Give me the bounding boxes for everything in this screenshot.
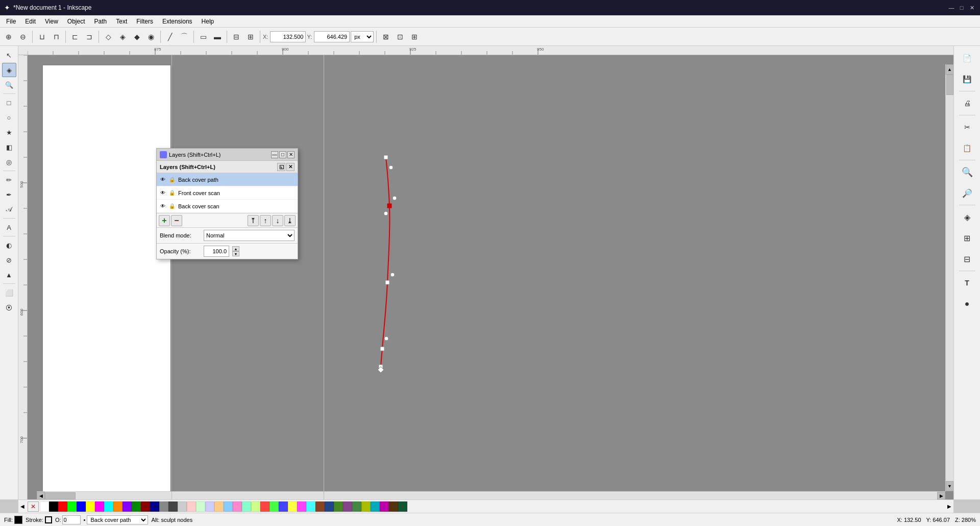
palette-swatch[interactable] (380, 501, 389, 512)
spray-tool-button[interactable]: ⦿ (2, 300, 16, 315)
join-endnodes-straight-button[interactable]: ⊐ (83, 30, 96, 43)
palette-swatch[interactable] (150, 501, 159, 512)
node-auto-smooth-button[interactable]: ◉ (144, 30, 158, 43)
blend-mode-select[interactable]: Normal Multiply Screen Overlay (204, 230, 295, 241)
opacity-up-button[interactable]: ▲ (232, 246, 239, 251)
palette-swatch[interactable] (132, 501, 141, 512)
layers-header-controls[interactable]: ◱ ✕ (277, 163, 295, 171)
palette-swatch[interactable] (49, 501, 58, 512)
join-endnodes-button[interactable]: ⊏ (68, 30, 82, 43)
palette-swatch[interactable] (214, 501, 224, 512)
layers-header-btn2[interactable]: ✕ (286, 163, 295, 171)
node-cusp-button[interactable]: ◇ (102, 30, 115, 43)
layers-minimize-button[interactable]: — (271, 151, 278, 158)
star-tool-button[interactable]: ★ (2, 125, 16, 139)
layers-titlebar-controls[interactable]: — □ ✕ (271, 151, 295, 158)
opacity-input[interactable] (204, 246, 229, 257)
transform-handles-button[interactable]: ⊠ (379, 30, 393, 43)
palette-swatch[interactable] (187, 501, 196, 512)
menu-filters[interactable]: Filters (132, 17, 157, 26)
palette-swatch[interactable] (343, 501, 352, 512)
palette-swatch[interactable] (205, 501, 214, 512)
horizontal-scrollbar[interactable]: ◀ ▶ (37, 491, 945, 499)
palette-swatch[interactable] (58, 501, 67, 512)
show-nodes-button[interactable]: ⊟ (230, 30, 243, 43)
right-transform-button[interactable]: ⊟ (957, 249, 977, 269)
fill-area[interactable]: Fill: (4, 516, 22, 524)
palette-swatch[interactable] (104, 501, 113, 512)
palette-swatch[interactable] (40, 501, 49, 512)
break-nodes-button[interactable]: ⊓ (50, 30, 63, 43)
minimize-button[interactable]: — (947, 4, 955, 12)
layer-row-back-cover-path[interactable]: 👁 🔒 Back cover path (157, 173, 298, 186)
unit-select[interactable]: px mm in (351, 31, 374, 42)
layer-lock-back-cover-scan[interactable]: 🔒 (168, 202, 176, 210)
palette-swatch[interactable] (251, 501, 260, 512)
pencil-tool-button[interactable]: ✏ (2, 173, 16, 187)
layers-dialog-titlebar[interactable]: Layers (Shift+Ctrl+L) — □ ✕ (157, 149, 298, 161)
vscroll-thumb[interactable] (946, 75, 953, 95)
palette-swatch[interactable] (352, 501, 361, 512)
layer-up-button[interactable]: ↑ (260, 215, 271, 226)
right-align-button[interactable]: ⊞ (957, 228, 977, 248)
x-input[interactable] (270, 31, 306, 42)
layers-maximize-button[interactable]: □ (279, 151, 286, 158)
palette-swatch[interactable] (141, 501, 150, 512)
palette-swatch[interactable] (86, 501, 95, 512)
layer-row-back-cover-scan[interactable]: 👁 🔒 Back cover scan (157, 200, 298, 213)
layers-close-button[interactable]: ✕ (287, 151, 295, 158)
show-handles-button[interactable]: ⊞ (244, 30, 257, 43)
palette-swatch[interactable] (77, 501, 86, 512)
layer-to-bottom-button[interactable]: ⤓ (284, 215, 296, 226)
dropper-tool-button[interactable]: ⊘ (2, 253, 16, 267)
menu-text[interactable]: Text (112, 17, 131, 26)
layer-lock-front-cover-scan[interactable]: 🔒 (168, 189, 176, 197)
canvas-container[interactable]: // Ticks will be drawn via template belo… (18, 46, 953, 499)
fill-bucket-button[interactable]: ▲ (2, 268, 16, 282)
palette-swatch[interactable] (67, 501, 77, 512)
palette-no-color-swatch[interactable]: ✕ (28, 501, 39, 512)
add-layer-button[interactable]: + (159, 215, 170, 226)
palette-swatch[interactable] (233, 501, 242, 512)
palette-swatch[interactable] (260, 501, 270, 512)
menu-object[interactable]: Object (63, 17, 89, 26)
hscroll-thumb[interactable] (45, 492, 76, 499)
palette-swatch[interactable] (389, 501, 398, 512)
node-symmetric-button[interactable]: ◆ (130, 30, 143, 43)
palette-swatch[interactable] (361, 501, 371, 512)
spiral-tool-button[interactable]: ◎ (2, 155, 16, 169)
curve-segment-button[interactable]: ⌒ (178, 30, 191, 43)
layer-eye-back-cover-scan[interactable]: 👁 (159, 202, 167, 210)
menu-view[interactable]: View (41, 17, 62, 26)
right-save-button[interactable]: 💾 (957, 69, 977, 89)
node-smooth-button[interactable]: ◈ (116, 30, 129, 43)
fill-color-swatch[interactable] (14, 516, 22, 524)
right-new-button[interactable]: 📄 (957, 48, 977, 68)
right-print-button[interactable]: 🖨 (957, 93, 977, 113)
offpath-button[interactable]: ▬ (211, 30, 224, 43)
menu-edit[interactable]: Edit (21, 17, 40, 26)
menu-help[interactable]: Help (198, 17, 218, 26)
y-input[interactable] (314, 31, 350, 42)
palette-left-arrow[interactable]: ◀ (18, 501, 27, 512)
right-snap-button[interactable]: ● (957, 294, 977, 314)
layer-eye-back-cover-path[interactable]: 👁 (159, 176, 167, 184)
pen-tool-button[interactable]: ✒ (2, 187, 16, 202)
menu-path[interactable]: Path (90, 17, 111, 26)
maximize-button[interactable]: □ (958, 4, 966, 12)
palette-right-arrow[interactable]: ▶ (945, 501, 953, 512)
palette-swatch[interactable] (306, 501, 315, 512)
palette-swatch[interactable] (224, 501, 233, 512)
vscroll-up-button[interactable]: ▲ (946, 64, 953, 75)
line-segment-button[interactable]: ╱ (163, 30, 177, 43)
remove-layer-button[interactable]: − (171, 215, 182, 226)
palette-swatch[interactable] (95, 501, 104, 512)
selector-tool-button[interactable]: ↖ (2, 48, 16, 62)
current-layer-select[interactable]: Back cover path Front cover scan Back co… (87, 515, 148, 524)
snap-button[interactable]: ⊡ (394, 30, 407, 43)
hscroll-right-button[interactable]: ▶ (937, 492, 945, 499)
add-node-button[interactable]: ⊕ (2, 30, 15, 43)
palette-swatch[interactable] (122, 501, 132, 512)
layers-header-btn1[interactable]: ◱ (277, 163, 285, 171)
palette-swatch[interactable] (113, 501, 122, 512)
